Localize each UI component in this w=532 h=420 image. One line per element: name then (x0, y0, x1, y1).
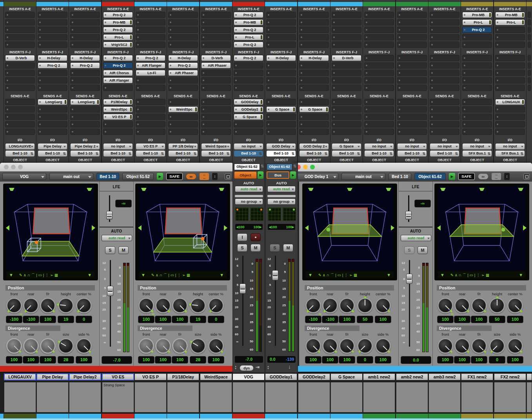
output-selector[interactable]: Bed 1-10⇅ (300, 151, 329, 156)
send-empty[interactable] (136, 129, 165, 135)
auto-mode-selector[interactable]: auto read (267, 186, 296, 192)
rotary-knob[interactable] (471, 298, 487, 313)
track-name-plate[interactable]: VOG (232, 373, 265, 380)
insert-empty[interactable] (70, 34, 100, 40)
insert-empty[interactable] (332, 62, 361, 69)
send-empty[interactable] (5, 99, 35, 105)
track-comment-box[interactable] (330, 382, 363, 413)
pan-grid-left[interactable] (268, 207, 281, 221)
insert-empty[interactable] (397, 19, 427, 25)
vertical-arrows-icon[interactable]: ↕ (212, 173, 218, 180)
insert-empty[interactable] (136, 77, 165, 84)
pan-grid-left[interactable] (235, 207, 249, 221)
input-selector[interactable]: no input (496, 144, 525, 149)
insert-pro-l[interactable]: Pro-L (103, 34, 133, 40)
insert-empty[interactable] (38, 27, 67, 33)
auto-fade-icon[interactable]: ⇥ (256, 364, 260, 370)
insert-empty[interactable] (495, 55, 525, 61)
send-empty[interactable] (332, 121, 361, 127)
solo-button[interactable]: S (404, 246, 414, 254)
insert-empty[interactable] (70, 12, 100, 18)
object-toggle-icon[interactable]: ▶ (157, 173, 163, 180)
insert-empty[interactable] (332, 12, 361, 18)
mute-button[interactable]: M (283, 244, 293, 252)
insert-empty[interactable] (364, 77, 394, 84)
track-name-plate[interactable]: GODDelay2 (298, 373, 330, 380)
insert-empty[interactable] (266, 70, 296, 76)
insert-empty[interactable] (299, 34, 329, 40)
rotary-knob[interactable] (58, 298, 74, 313)
send-empty[interactable] (266, 121, 296, 127)
lfe-fader-handle[interactable] (405, 211, 412, 220)
insert-empty[interactable] (201, 77, 231, 84)
send-empty[interactable] (201, 114, 231, 120)
insert-empty[interactable] (462, 77, 492, 84)
link-icon[interactable]: ∞ (478, 173, 488, 180)
insert-empty[interactable] (332, 19, 361, 25)
send-empty[interactable] (38, 121, 67, 127)
send-empty[interactable] (234, 121, 263, 127)
rotary-knob[interactable] (454, 338, 470, 354)
insert-empty[interactable] (430, 34, 459, 40)
pan-grid-right[interactable] (250, 207, 263, 221)
knob-value-display[interactable]: -100 (305, 316, 321, 323)
insert-empty[interactable] (299, 27, 329, 33)
send-empty[interactable] (299, 121, 329, 127)
rotary-knob[interactable] (76, 298, 92, 313)
insert-pro-mb[interactable]: Pro-MB (234, 19, 263, 25)
knob-value-display[interactable]: 100 (155, 316, 171, 323)
pan-link-arrows-icon[interactable]: ↔↔ (492, 173, 501, 180)
send-empty[interactable] (495, 129, 525, 135)
send-empty[interactable] (397, 121, 427, 127)
knob-value-display[interactable]: 100 (437, 316, 454, 323)
rotary-knob[interactable] (305, 338, 321, 354)
knob-value-display[interactable]: 100 (305, 356, 321, 364)
track-name-plate[interactable]: amb3 new2 (429, 373, 461, 380)
zoom-window-icon[interactable] (310, 165, 315, 169)
assignment-spinner-icon[interactable]: ⇅ (261, 164, 264, 168)
mute-button[interactable]: M (118, 246, 129, 254)
send-empty[interactable] (201, 99, 231, 105)
rotary-knob[interactable] (6, 338, 22, 354)
insert-d-verb[interactable]: D-Verb (5, 55, 35, 61)
insert-empty[interactable] (5, 77, 35, 84)
insert-empty[interactable] (234, 62, 263, 69)
minimize-icon[interactable] (11, 165, 16, 169)
output-selector[interactable]: SFX Bus.1⇅ (496, 151, 525, 156)
insert-empty[interactable] (364, 34, 394, 40)
track-name-plate[interactable]: GODDelay1 (265, 373, 297, 380)
send-empty[interactable] (462, 99, 492, 105)
insert-empty[interactable] (430, 77, 459, 84)
track-name-plate[interactable]: amb2 new2 (396, 373, 428, 380)
insert-empty[interactable] (462, 42, 492, 48)
mute-button[interactable]: M (418, 246, 428, 254)
object-tab[interactable]: Object 61-62 (414, 173, 446, 180)
knob-value-display[interactable]: 19 (58, 316, 74, 323)
track-name-plate[interactable]: FX1 new2 (461, 373, 493, 380)
insert-empty[interactable] (266, 34, 296, 40)
input-selector[interactable]: G Space (332, 144, 361, 149)
assignment-spinner-icon[interactable]: ⇅ (293, 164, 296, 168)
window-titlebar[interactable] (292, 163, 532, 171)
send-empty[interactable] (495, 121, 525, 127)
input-monitor-button[interactable]: I (237, 233, 247, 241)
track-comment-box[interactable] (363, 382, 395, 413)
track-comment-box[interactable] (298, 382, 330, 413)
knob-value-display[interactable]: 100 (40, 356, 56, 364)
insert-pro-mb[interactable]: Pro-MB (462, 12, 492, 18)
insert-pro-l[interactable]: Pro-L (462, 19, 492, 25)
insert-empty[interactable] (495, 85, 525, 91)
track-comment-box[interactable] (69, 382, 101, 413)
track-comment-box[interactable] (36, 382, 69, 413)
rotary-knob[interactable] (357, 298, 373, 313)
3d-panner-right-view[interactable]: ▼ ✎ ∧ ∩ ⌒ | ▭ | ⋮ ➢ ▦ ▼ (434, 184, 529, 280)
zoom-window-icon[interactable] (18, 165, 23, 169)
send-empty[interactable] (168, 99, 198, 105)
input-selector[interactable]: no input (234, 144, 263, 149)
output-selector[interactable]: Bed 1-10⇅ (71, 151, 100, 156)
insert-empty[interactable] (70, 19, 100, 25)
track-name-plate[interactable]: Pipe Delay2 (69, 373, 101, 380)
rotary-knob[interactable] (138, 298, 154, 313)
track-name-plate[interactable]: amb1 new2 (363, 373, 395, 380)
send-empty[interactable] (332, 129, 361, 135)
